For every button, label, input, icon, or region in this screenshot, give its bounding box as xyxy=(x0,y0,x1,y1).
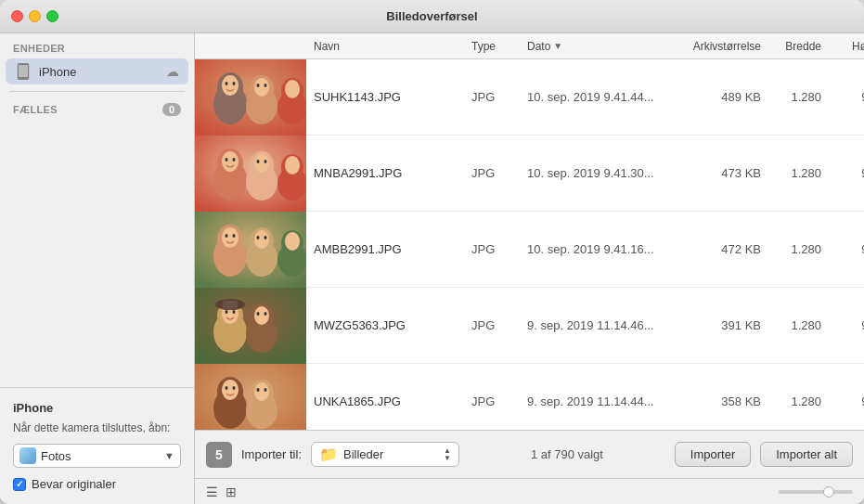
col-header-name[interactable]: Navn xyxy=(306,40,464,53)
file-height: 960 xyxy=(821,166,864,180)
sidebar-bottom: iPhone Når dette kamera tilsluttes, åbn:… xyxy=(0,387,194,504)
svg-point-69 xyxy=(264,388,267,392)
svg-point-54 xyxy=(233,310,236,314)
svg-point-68 xyxy=(257,388,260,392)
import-all-button[interactable]: Importer alt xyxy=(760,442,853,467)
sidebar-divider xyxy=(9,91,185,92)
svg-point-24 xyxy=(254,154,269,173)
col-header-date[interactable]: Dato ▼ xyxy=(520,40,673,53)
svg-point-42 xyxy=(226,234,228,238)
file-size: 472 KB xyxy=(673,242,761,256)
iphone-icon xyxy=(15,63,32,80)
svg-point-31 xyxy=(264,160,267,163)
svg-point-43 xyxy=(233,234,236,238)
import-status: 1 af 790 valgt xyxy=(469,447,665,461)
file-name: SUHK1143.JPG xyxy=(306,90,464,104)
svg-point-67 xyxy=(233,386,236,390)
checkbox-row-keep-originals[interactable]: ✓ Bevar originaler xyxy=(13,477,181,491)
column-headers: Navn Type Dato ▼ Arkivstørrelse Bredde H… xyxy=(195,33,864,59)
table-row[interactable]: MWZG5363.JPG JPG 9. sep. 2019 11.14.46..… xyxy=(195,288,864,364)
faelles-section: FÆLLES 0 xyxy=(0,97,194,120)
traffic-lights xyxy=(11,10,58,22)
file-date: 10. sep. 2019 9.41.16... xyxy=(520,242,673,256)
table-row[interactable]: AMBB2991.JPG JPG 10. sep. 2019 9.41.16..… xyxy=(195,212,864,288)
main-content: Navn Type Dato ▼ Arkivstørrelse Bredde H… xyxy=(195,33,864,504)
svg-point-16 xyxy=(257,84,260,87)
faelles-label: FÆLLES xyxy=(13,104,162,115)
app-dropdown-arrow: ▼ xyxy=(164,450,174,461)
svg-point-52 xyxy=(254,306,269,325)
enheder-section-header: ENHEDER xyxy=(0,33,194,58)
file-date: 9. sep. 2019 11.14.44... xyxy=(520,394,673,408)
file-size: 489 KB xyxy=(673,90,761,104)
sidebar-item-iphone[interactable]: iPhone ☁ xyxy=(6,58,188,84)
svg-point-30 xyxy=(257,160,260,163)
import-button[interactable]: Importer xyxy=(675,442,751,467)
checkbox-check-icon: ✓ xyxy=(16,479,23,489)
svg-rect-58 xyxy=(223,301,238,310)
col-header-size[interactable]: Arkivstørrelse xyxy=(673,40,761,53)
title-bar: Billedoverførsel xyxy=(0,0,864,33)
svg-point-62 xyxy=(222,380,239,400)
svg-point-41 xyxy=(285,232,300,251)
fotos-app-icon xyxy=(19,447,36,464)
sidebar: ENHEDER iPhone ☁ FÆLLES 0 xyxy=(0,33,195,504)
table-row[interactable]: UNKA1865.JPG JPG 9. sep. 2019 11.14.44..… xyxy=(195,364,864,430)
zoom-thumb[interactable] xyxy=(823,486,834,498)
file-type: JPG xyxy=(464,90,520,104)
col-header-height[interactable]: Højde xyxy=(821,40,864,53)
svg-point-53 xyxy=(226,310,228,314)
col-header-width[interactable]: Bredde xyxy=(761,40,821,53)
file-thumbnail xyxy=(195,364,306,431)
svg-point-21 xyxy=(222,151,239,172)
file-thumbnail xyxy=(195,212,306,288)
file-size: 358 KB xyxy=(673,394,761,408)
svg-point-27 xyxy=(285,156,300,174)
folder-selector[interactable]: 📁 Billeder ▲ ▼ xyxy=(311,442,459,467)
file-width: 1.280 xyxy=(761,90,821,104)
statusbar-bottom: ☰ ⊞ xyxy=(195,478,864,504)
checkbox-keep-originals[interactable]: ✓ xyxy=(13,478,26,491)
svg-rect-1 xyxy=(19,65,28,77)
svg-point-66 xyxy=(226,386,228,390)
sidebar-device-desc: Når dette kamera tilsluttes, åbn: xyxy=(13,420,181,436)
file-type: JPG xyxy=(464,166,520,180)
cloud-icon: ☁ xyxy=(166,64,179,79)
content-area: ENHEDER iPhone ☁ FÆLLES 0 xyxy=(0,33,864,504)
file-width: 1.280 xyxy=(761,166,821,180)
file-name: AMBB2991.JPG xyxy=(306,242,464,256)
sort-arrow-icon: ▼ xyxy=(553,41,562,51)
file-height: 960 xyxy=(821,90,864,104)
app-selector-name: Fotos xyxy=(41,449,160,463)
table-row[interactable]: SUHK1143.JPG JPG 10. sep. 2019 9.41.44..… xyxy=(195,59,864,136)
file-height: 960 xyxy=(821,242,864,256)
view-list-icon[interactable]: ☰ xyxy=(206,485,218,499)
bottom-bar: 5 Importer til: 📁 Billeder ▲ ▼ 1 af 790 … xyxy=(195,430,864,478)
svg-rect-3 xyxy=(21,64,25,65)
col-header-type[interactable]: Type xyxy=(464,40,520,53)
svg-point-65 xyxy=(254,382,269,401)
app-selector-dropdown[interactable]: Fotos ▼ xyxy=(13,444,181,468)
svg-point-15 xyxy=(233,82,236,85)
maximize-button[interactable] xyxy=(46,10,58,22)
file-thumbnail xyxy=(195,136,306,212)
svg-point-35 xyxy=(222,227,239,248)
file-size: 473 KB xyxy=(673,166,761,180)
close-button[interactable] xyxy=(11,10,23,22)
import-to-label: Importer til: xyxy=(241,447,302,461)
file-thumbnail xyxy=(195,59,306,136)
file-date: 9. sep. 2019 11.14.46... xyxy=(520,318,673,332)
view-grid-icon[interactable]: ⊞ xyxy=(226,485,237,499)
file-type: JPG xyxy=(464,242,520,256)
sidebar-device-title: iPhone xyxy=(13,401,181,415)
file-width: 1.280 xyxy=(761,318,821,332)
svg-point-10 xyxy=(254,78,269,97)
zoom-slider[interactable] xyxy=(779,490,853,494)
minimize-button[interactable] xyxy=(29,10,41,22)
table-row[interactable]: MNBA2991.JPG JPG 10. sep. 2019 9.41.30..… xyxy=(195,136,864,212)
svg-point-45 xyxy=(264,236,267,239)
file-list: SUHK1143.JPG JPG 10. sep. 2019 9.41.44..… xyxy=(195,59,864,430)
file-thumbnail xyxy=(195,288,306,364)
iphone-label: iPhone xyxy=(39,65,159,79)
svg-point-14 xyxy=(226,82,228,85)
